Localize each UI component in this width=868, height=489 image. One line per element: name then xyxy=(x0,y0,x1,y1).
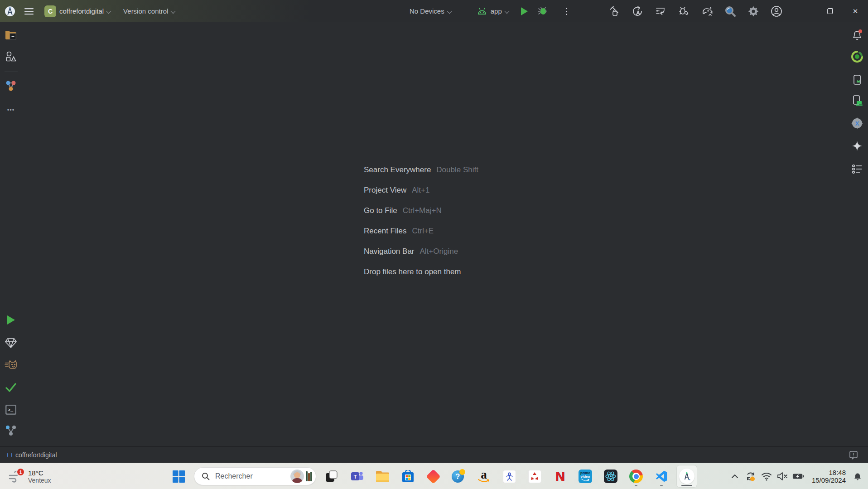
tray-date: 15/09/2024 xyxy=(812,476,846,484)
prime-video-icon[interactable]: prime video xyxy=(575,465,595,487)
stripe-divider xyxy=(5,72,18,72)
shortcut-label: Search Everywhere xyxy=(364,165,431,174)
version-control-menu[interactable]: Version control xyxy=(121,4,178,19)
project-tool-window-icon[interactable] xyxy=(4,28,18,42)
search-highlight-thumbnail[interactable] xyxy=(290,470,312,483)
chevron-down-icon xyxy=(448,10,452,13)
task-view-button[interactable] xyxy=(322,465,342,487)
shortcut-label: Go to File xyxy=(364,206,397,215)
tray-chevron-up-icon[interactable] xyxy=(729,470,741,482)
structure-list-icon[interactable] xyxy=(850,162,864,176)
device-selector-label: No Devices xyxy=(410,7,444,15)
shortcut-label: Drop files here to open them xyxy=(364,267,461,276)
dependency-graph-icon[interactable] xyxy=(4,79,18,92)
microsoft-store-icon[interactable] xyxy=(398,465,418,487)
device-selector[interactable]: No Devices xyxy=(407,4,455,19)
tray-sync-icon[interactable] xyxy=(745,470,757,482)
status-project-widget[interactable]: coffrefortdigital xyxy=(7,451,57,459)
running-devices-icon[interactable] xyxy=(850,94,864,107)
gradle-sync-icon[interactable] xyxy=(701,5,714,18)
search-placeholder: Rechercher xyxy=(215,472,285,480)
settings-gear-icon[interactable] xyxy=(747,5,760,18)
run-configuration-selector[interactable]: app xyxy=(474,4,512,19)
chrome-icon[interactable] xyxy=(626,465,646,487)
run-tool-window-icon[interactable] xyxy=(4,313,18,327)
apply-code-changes-icon[interactable] xyxy=(631,5,644,18)
version-control-label: Version control xyxy=(123,7,168,15)
books-icon xyxy=(306,471,312,481)
attach-debugger-icon[interactable] xyxy=(677,5,690,18)
more-actions-kebab-icon[interactable]: ⋮ xyxy=(560,5,573,18)
project-name: coffrefortdigital xyxy=(59,7,104,15)
vscode-icon[interactable] xyxy=(651,465,671,487)
netflix-icon[interactable]: N xyxy=(550,465,570,487)
app-quality-insights-icon[interactable]: X xyxy=(850,116,864,130)
project-selector[interactable]: C coffrefortdigital xyxy=(42,4,114,19)
version-control-tool-window-icon[interactable] xyxy=(4,424,18,437)
more-tool-windows-icon[interactable]: ••• xyxy=(4,103,18,116)
question-ball-app-icon[interactable]: ? xyxy=(448,465,468,487)
main-menu-hamburger-icon[interactable] xyxy=(23,5,35,18)
weather-badge-count: 1 xyxy=(16,468,25,476)
right-tool-stripe: X xyxy=(846,22,868,446)
device-manager-icon[interactable] xyxy=(850,73,864,87)
react-app-icon[interactable] xyxy=(601,465,621,487)
event-log-button[interactable]: ! xyxy=(849,450,858,460)
shortcut-row: Project View Alt+1 xyxy=(364,180,478,200)
terminal-tool-window-icon[interactable]: >_ xyxy=(4,403,18,416)
chevron-down-icon xyxy=(171,10,176,13)
build-hammer-icon[interactable] xyxy=(608,5,621,18)
amazon-icon[interactable]: a xyxy=(474,465,494,487)
window-close-button[interactable]: ✕ xyxy=(843,0,868,22)
logcat-cat-icon[interactable] xyxy=(4,358,18,372)
profiler-lines-icon[interactable] xyxy=(654,5,667,18)
active-indicator xyxy=(681,485,692,486)
resource-manager-icon[interactable] xyxy=(4,50,18,63)
shortcut-row: Go to File Ctrl+Maj+N xyxy=(364,200,478,221)
tray-notifications-bell-icon[interactable] xyxy=(852,470,863,482)
chevron-down-icon xyxy=(107,10,111,13)
green-ring-icon[interactable] xyxy=(850,50,864,63)
desktop-screen: C coffrefortdigital Version control No D… xyxy=(0,0,868,489)
search-icon xyxy=(202,472,210,480)
notifications-bell-icon[interactable] xyxy=(850,28,864,42)
run-button[interactable] xyxy=(518,5,530,18)
editor-empty-area: Search Everywhere Double Shift Project V… xyxy=(23,22,845,446)
tray-clock[interactable]: 18:48 15/09/2024 xyxy=(812,469,846,484)
android-head-icon xyxy=(477,7,487,15)
left-tool-stripe: ••• xyxy=(0,22,22,446)
gem-diamond-icon[interactable] xyxy=(4,336,18,350)
tray-battery-icon[interactable] xyxy=(792,470,804,482)
window-minimize-button[interactable]: — xyxy=(792,0,817,22)
android-studio-window: C coffrefortdigital Version control No D… xyxy=(0,0,868,463)
gemini-sparkle-icon[interactable] xyxy=(850,139,864,153)
android-studio-taskbar-icon[interactable] xyxy=(677,465,697,487)
search-everywhere-icon[interactable] xyxy=(724,5,737,18)
ide-title-bar: C coffrefortdigital Version control No D… xyxy=(0,0,868,22)
tray-wifi-icon[interactable] xyxy=(761,470,772,482)
account-profile-icon[interactable] xyxy=(770,5,783,18)
svg-text:!: ! xyxy=(853,452,854,457)
taskbar-search-box[interactable]: Rechercher xyxy=(194,467,316,485)
tray-volume-muted-icon[interactable] xyxy=(776,470,788,482)
shortcut-row: Navigation Bar Alt+Origine xyxy=(364,241,478,261)
debug-button[interactable] xyxy=(536,5,549,18)
start-button[interactable] xyxy=(169,465,188,487)
microsoft-teams-icon[interactable]: T xyxy=(347,465,367,487)
module-square-icon xyxy=(7,453,12,457)
svg-text:X: X xyxy=(855,120,859,127)
diamond-app-icon[interactable] xyxy=(423,465,443,487)
file-explorer-icon[interactable] xyxy=(372,465,392,487)
green-check-icon[interactable] xyxy=(4,381,18,394)
shortcut-keys: Alt+1 xyxy=(412,186,429,195)
window-restore-button[interactable] xyxy=(817,0,843,22)
run-config-label: app xyxy=(491,7,502,15)
figure-logo-app-icon[interactable] xyxy=(499,465,519,487)
shortcut-keys: Ctrl+Maj+N xyxy=(403,206,442,215)
weather-condition: Venteux xyxy=(28,477,51,484)
running-indicator xyxy=(660,485,663,486)
restore-icon xyxy=(827,8,833,14)
person-avatar xyxy=(290,470,304,483)
red-trefoil-app-icon[interactable] xyxy=(525,465,545,487)
widgets-weather-button[interactable]: 1 18°C Venteux xyxy=(6,467,53,486)
